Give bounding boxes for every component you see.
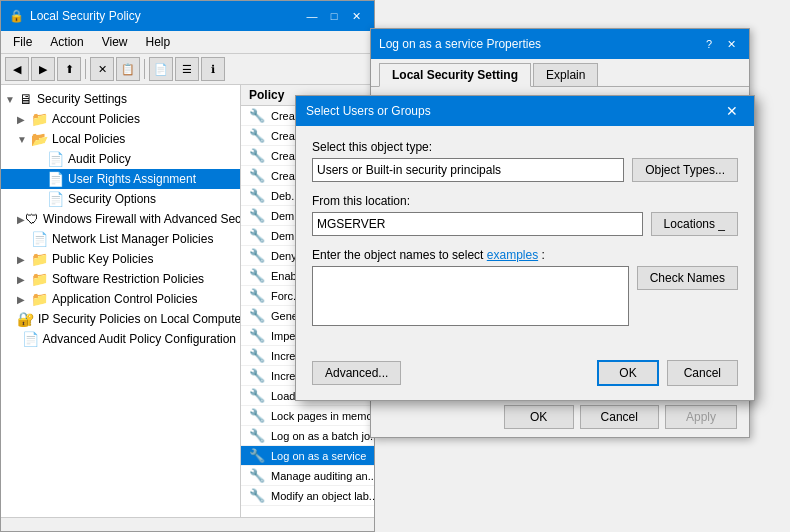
policy-item-16[interactable]: 🔧Log on as a batch jo...	[241, 426, 374, 446]
policy-icon-11: 🔧	[249, 328, 265, 343]
tree-item-app-control[interactable]: ▶ 📁 Application Control Policies	[1, 289, 240, 309]
policy-item-17[interactable]: 🔧Log on as a service	[241, 446, 374, 466]
toolbar-delete[interactable]: ✕	[90, 57, 114, 81]
tree-item-local-policies[interactable]: ▼ 📂 Local Policies	[1, 129, 240, 149]
toggle-public-key: ▶	[17, 254, 31, 265]
properties-tabs: Local Security Setting Explain	[371, 59, 749, 87]
advanced-audit-icon: 📄	[22, 331, 39, 347]
menu-file[interactable]: File	[5, 33, 40, 51]
toolbar-info[interactable]: ℹ	[201, 57, 225, 81]
public-key-icon: 📁	[31, 251, 48, 267]
policy-icon-12: 🔧	[249, 348, 265, 363]
main-window-title: Local Security Policy	[30, 9, 141, 23]
toggle-local-policies: ▼	[17, 134, 31, 145]
properties-apply-button[interactable]: Apply	[665, 405, 737, 429]
toolbar-properties[interactable]: 📋	[116, 57, 140, 81]
toolbar-sep1	[85, 59, 86, 79]
properties-title-controls: ? ✕	[699, 34, 741, 54]
properties-help-button[interactable]: ?	[699, 34, 719, 54]
app-control-icon: 📁	[31, 291, 48, 307]
policy-icon-19: 🔧	[249, 488, 265, 503]
advanced-audit-label: Advanced Audit Policy Configuration	[43, 332, 236, 346]
object-types-button[interactable]: Object Types...	[632, 158, 738, 182]
location-input[interactable]	[312, 212, 643, 236]
tree-item-firewall[interactable]: ▶ 🛡 Windows Firewall with Advanced Secu.…	[1, 209, 240, 229]
examples-link[interactable]: examples	[487, 248, 538, 262]
policy-icon-8: 🔧	[249, 268, 265, 283]
network-list-label: Network List Manager Policies	[52, 232, 213, 246]
policy-icon-3: 🔧	[249, 168, 265, 183]
tree-item-security-options[interactable]: 📄 Security Options	[1, 189, 240, 209]
security-settings-label: Security Settings	[37, 92, 127, 106]
toolbar-export[interactable]: 📄	[149, 57, 173, 81]
main-maximize-button[interactable]: □	[324, 6, 344, 26]
horizontal-scrollbar[interactable]	[1, 517, 374, 531]
tree-item-network-list[interactable]: 📄 Network List Manager Policies	[1, 229, 240, 249]
toolbar-forward[interactable]: ▶	[31, 57, 55, 81]
properties-title-text: Log on as a service Properties	[379, 37, 541, 51]
properties-title-bar: Log on as a service Properties ? ✕	[371, 29, 749, 59]
menu-help[interactable]: Help	[138, 33, 179, 51]
policy-icon-17: 🔧	[249, 448, 265, 463]
policy-icon-9: 🔧	[249, 288, 265, 303]
properties-title-left: Log on as a service Properties	[379, 37, 541, 51]
policy-icon-16: 🔧	[249, 428, 265, 443]
tree-item-audit-policy[interactable]: 📄 Audit Policy	[1, 149, 240, 169]
security-options-label: Security Options	[68, 192, 156, 206]
object-type-input[interactable]	[312, 158, 624, 182]
dialog-footer-right: OK Cancel	[597, 360, 738, 386]
toolbar-up[interactable]: ⬆	[57, 57, 81, 81]
policy-item-18[interactable]: 🔧Manage auditing an...	[241, 466, 374, 486]
object-type-row: Object Types...	[312, 158, 738, 182]
toolbar-view-mode[interactable]: ☰	[175, 57, 199, 81]
dialog-footer: Advanced... OK Cancel	[296, 352, 754, 400]
toolbar-back[interactable]: ◀	[5, 57, 29, 81]
tree-item-software-restriction[interactable]: ▶ 📁 Software Restriction Policies	[1, 269, 240, 289]
tree-item-account-policies[interactable]: ▶ 📁 Account Policies	[1, 109, 240, 129]
tree-item-security-settings[interactable]: ▼ 🖥 Security Settings	[1, 89, 240, 109]
tree-item-user-rights[interactable]: 📄 User Rights Assignment	[1, 169, 240, 189]
locations-button[interactable]: Locations _	[651, 212, 738, 236]
properties-cancel-button[interactable]: Cancel	[580, 405, 659, 429]
policy-icon-18: 🔧	[249, 468, 265, 483]
tree-item-public-key[interactable]: ▶ 📁 Public Key Policies	[1, 249, 240, 269]
software-restriction-icon: 📁	[31, 271, 48, 287]
policy-icon-6: 🔧	[249, 228, 265, 243]
policy-item-19[interactable]: 🔧Modify an object lab...	[241, 486, 374, 506]
main-window-icon: 🔒	[9, 9, 24, 23]
dialog-title-text: Select Users or Groups	[306, 104, 431, 118]
toggle-software-restriction: ▶	[17, 274, 31, 285]
local-policies-icon: 📂	[31, 131, 48, 147]
network-list-icon: 📄	[31, 231, 48, 247]
user-rights-label: User Rights Assignment	[68, 172, 196, 186]
check-names-button[interactable]: Check Names	[637, 266, 738, 290]
policy-icon-4: 🔧	[249, 188, 265, 203]
main-close-button[interactable]: ✕	[346, 6, 366, 26]
dialog-ok-button[interactable]: OK	[597, 360, 658, 386]
toggle-security-settings: ▼	[5, 94, 19, 105]
tree-item-advanced-audit[interactable]: 📄 Advanced Audit Policy Configuration	[1, 329, 240, 349]
audit-policy-icon: 📄	[47, 151, 64, 167]
policy-icon-14: 🔧	[249, 388, 265, 403]
dialog-cancel-button[interactable]: Cancel	[667, 360, 738, 386]
location-label: From this location:	[312, 194, 738, 208]
dialog-close-button[interactable]: ✕	[720, 99, 744, 123]
object-names-textarea[interactable]	[312, 266, 629, 326]
menu-view[interactable]: View	[94, 33, 136, 51]
policy-item-15[interactable]: 🔧Lock pages in memo...	[241, 406, 374, 426]
object-type-label: Select this object type:	[312, 140, 738, 154]
policy-icon-1: 🔧	[249, 128, 265, 143]
tree-item-ip-security[interactable]: 🔐 IP Security Policies on Local Compute.…	[1, 309, 240, 329]
tab-local-security-setting[interactable]: Local Security Setting	[379, 63, 531, 87]
app-control-label: Application Control Policies	[52, 292, 197, 306]
main-minimize-button[interactable]: —	[302, 6, 322, 26]
tab-explain[interactable]: Explain	[533, 63, 598, 86]
main-title-left: 🔒 Local Security Policy	[9, 9, 141, 23]
location-row: Locations _	[312, 212, 738, 236]
properties-close-button[interactable]: ✕	[721, 34, 741, 54]
menu-action[interactable]: Action	[42, 33, 91, 51]
advanced-button[interactable]: Advanced...	[312, 361, 401, 385]
object-names-row: Check Names	[312, 266, 738, 326]
policy-icon-10: 🔧	[249, 308, 265, 323]
properties-ok-button[interactable]: OK	[504, 405, 574, 429]
